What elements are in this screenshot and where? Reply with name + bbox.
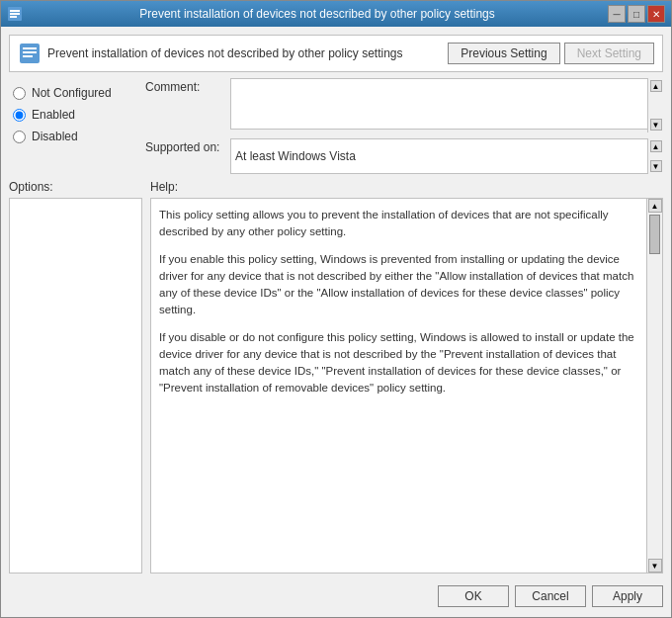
comment-scroll-up[interactable]: ▲ (650, 80, 662, 92)
supported-value: At least Windows Vista (235, 149, 356, 163)
bottom-section: Options: Help: This policy setting allow… (9, 180, 663, 574)
not-configured-option[interactable]: Not Configured (13, 86, 133, 100)
help-scrollbar-thumb (649, 215, 660, 254)
svg-rect-1 (10, 10, 20, 12)
disabled-radio[interactable] (13, 131, 26, 143)
maximize-button[interactable]: □ (628, 5, 645, 23)
window-icon (7, 6, 23, 22)
window-title: Prevent installation of devices not desc… (27, 7, 608, 21)
close-button[interactable]: ✕ (647, 5, 665, 23)
minimize-button[interactable]: ─ (608, 5, 626, 23)
header-title: Prevent installation of devices not desc… (47, 46, 403, 60)
options-panel: Options: (9, 180, 142, 574)
comment-scroll-down[interactable]: ▼ (650, 119, 662, 131)
title-bar-left (7, 6, 27, 22)
header-buttons: Previous Setting Next Setting (448, 43, 654, 64)
help-paragraph-1: This policy setting allows you to preven… (159, 207, 642, 241)
help-scroll-down[interactable]: ▼ (648, 559, 662, 573)
supported-scrollbar: ▲ ▼ (647, 138, 663, 174)
help-scrollbar-track (647, 213, 662, 559)
help-text-content: This policy setting allows you to preven… (151, 199, 662, 573)
disabled-label: Disabled (32, 130, 78, 143)
radio-group: Not Configured Enabled Disabled (9, 78, 137, 174)
help-scroll-up[interactable]: ▲ (648, 199, 662, 213)
cancel-button[interactable]: Cancel (515, 585, 586, 607)
svg-rect-2 (10, 13, 20, 15)
ok-button[interactable]: OK (438, 585, 509, 607)
comment-textarea[interactable] (230, 78, 663, 130)
footer: OK Cancel Apply (9, 579, 663, 609)
main-window: Prevent installation of devices not desc… (0, 0, 672, 618)
comment-row: Comment: ▲ ▼ (145, 78, 663, 132)
supported-scroll-down[interactable]: ▼ (650, 160, 662, 172)
title-bar: Prevent installation of devices not desc… (1, 1, 671, 27)
header-bar: Prevent installation of devices not desc… (9, 35, 663, 72)
supported-label: Supported on: (145, 138, 224, 154)
supported-row: Supported on: At least Windows Vista ▲ ▼ (145, 138, 663, 174)
disabled-option[interactable]: Disabled (13, 130, 133, 143)
comment-field-container: ▲ ▼ (230, 78, 663, 132)
enabled-option[interactable]: Enabled (13, 108, 133, 122)
enabled-label: Enabled (32, 108, 75, 122)
supported-field-container: At least Windows Vista ▲ ▼ (230, 138, 663, 174)
help-paragraph-2: If you enable this policy setting, Windo… (159, 251, 642, 319)
top-section: Not Configured Enabled Disabled Comment: (9, 78, 663, 174)
content-area: Prevent installation of devices not desc… (1, 27, 671, 617)
help-header: Help: (150, 180, 663, 194)
next-setting-button[interactable]: Next Setting (564, 43, 654, 64)
not-configured-label: Not Configured (32, 86, 112, 100)
options-header: Options: (9, 180, 142, 194)
help-scrollbar: ▲ ▼ (646, 199, 662, 573)
not-configured-radio[interactable] (13, 87, 26, 100)
main-area: Not Configured Enabled Disabled Comment: (9, 78, 663, 574)
svg-rect-5 (23, 47, 37, 49)
header-left: Prevent installation of devices not desc… (18, 42, 403, 65)
previous-setting-button[interactable]: Previous Setting (448, 43, 559, 64)
supported-value-box: At least Windows Vista (230, 138, 663, 174)
apply-button[interactable]: Apply (592, 585, 663, 607)
comment-scrollbar: ▲ ▼ (647, 78, 663, 132)
help-paragraph-3: If you disable or do not configure this … (159, 329, 642, 397)
options-box (9, 198, 142, 574)
help-box: This policy setting allows you to preven… (150, 198, 663, 574)
svg-rect-6 (23, 51, 37, 53)
svg-rect-3 (10, 16, 17, 18)
help-panel: Help: This policy setting allows you to … (150, 180, 663, 574)
svg-rect-7 (23, 55, 33, 57)
title-bar-buttons: ─ □ ✕ (608, 5, 665, 23)
policy-icon (18, 42, 42, 65)
right-section: Comment: ▲ ▼ Supported on: (145, 78, 663, 174)
supported-scroll-up[interactable]: ▲ (650, 140, 662, 152)
enabled-radio[interactable] (13, 109, 26, 122)
comment-label: Comment: (145, 78, 224, 94)
